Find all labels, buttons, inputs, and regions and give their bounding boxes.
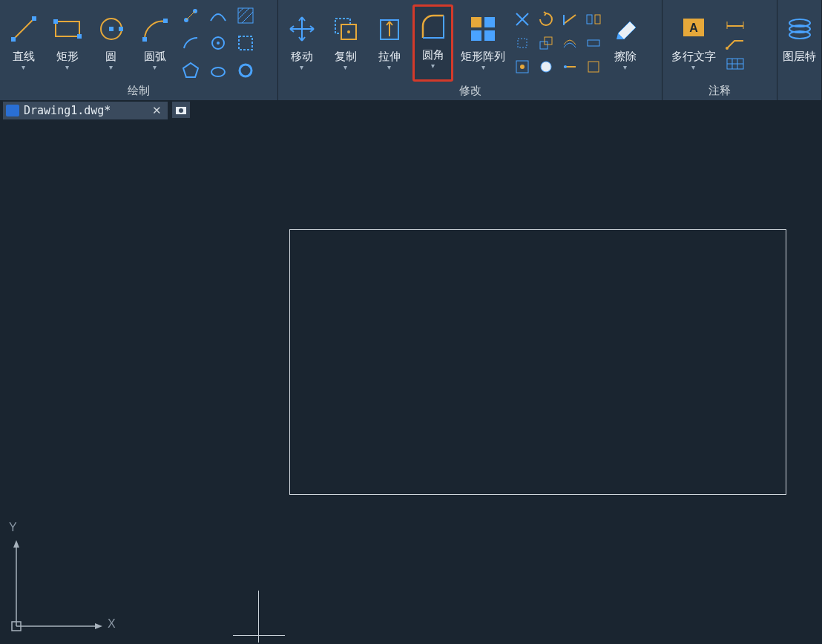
drawn-rectangle[interactable]	[289, 229, 786, 495]
chevron-down-icon: ▾	[300, 66, 303, 69]
line-button[interactable]: 直线 ▾	[3, 8, 44, 79]
panel-layer: 图层特	[777, 0, 822, 100]
layers-icon	[783, 13, 816, 45]
rectangle-label: 矩形	[56, 50, 79, 64]
stretch-label: 拉伸	[378, 50, 401, 64]
extend-button[interactable]	[559, 8, 581, 30]
panel-annotate: A 多行文字 ▾ 注释	[662, 0, 777, 100]
rectangle-icon	[51, 13, 84, 45]
svg-rect-10	[163, 19, 168, 23]
svg-rect-39	[588, 40, 599, 46]
svg-marker-62	[13, 540, 19, 548]
layer-properties-button[interactable]: 图层特	[780, 8, 818, 79]
arc-icon	[139, 13, 171, 45]
array-label: 矩形阵列	[461, 50, 505, 64]
svg-rect-8	[119, 27, 123, 31]
chevron-down-icon: ▾	[431, 65, 435, 68]
point-button[interactable]	[206, 30, 231, 56]
chevron-down-icon: ▾	[623, 66, 627, 69]
svg-point-23	[240, 65, 251, 76]
leader-button[interactable]	[724, 35, 746, 51]
chevron-down-icon: ▾	[691, 66, 695, 69]
array-icon	[467, 13, 499, 45]
explode-button[interactable]	[511, 32, 533, 54]
chevron-down-icon: ▾	[387, 66, 391, 69]
spline-button[interactable]	[206, 3, 231, 28]
layer-label: 图层特	[783, 50, 816, 64]
file-tab[interactable]: Drawing1.dwg* ✕	[3, 102, 168, 119]
svg-point-44	[564, 65, 567, 68]
mtext-button[interactable]: A 多行文字 ▾	[665, 8, 721, 79]
edit-polyline-button[interactable]	[582, 56, 605, 78]
chevron-down-icon: ▾	[481, 66, 485, 69]
dimension-button[interactable]	[724, 14, 746, 30]
copy-icon	[329, 13, 362, 45]
svg-rect-3	[56, 22, 79, 36]
svg-line-32	[564, 15, 576, 24]
svg-rect-20	[239, 36, 252, 50]
ribbon: 直线 ▾ 矩形 ▾ 圆 ▾	[0, 0, 822, 100]
svg-point-51	[726, 47, 729, 50]
rectangle-button[interactable]: 矩形 ▾	[47, 8, 88, 79]
svg-rect-34	[587, 15, 592, 24]
svg-rect-30	[471, 30, 481, 41]
svg-rect-38	[545, 37, 552, 45]
scale-button[interactable]	[535, 32, 557, 54]
break-button[interactable]	[582, 32, 605, 54]
stretch-button[interactable]: 拉伸 ▾	[369, 8, 410, 79]
rotate-button[interactable]	[535, 8, 557, 30]
join-button[interactable]	[511, 56, 533, 78]
ellipse-arc-button[interactable]	[178, 30, 203, 56]
revcloud-button[interactable]	[206, 58, 231, 83]
svg-point-26	[347, 30, 350, 33]
svg-point-60	[179, 108, 183, 113]
copy-label: 复制	[335, 50, 357, 64]
stretch-icon	[373, 13, 406, 45]
erase-icon	[609, 13, 642, 45]
svg-rect-2	[32, 16, 36, 21]
svg-line-0	[13, 19, 34, 39]
fillet-button[interactable]: 圆角 ▾	[412, 4, 453, 82]
chevron-down-icon: ▾	[22, 66, 25, 69]
svg-point-41	[520, 65, 525, 69]
copy-button[interactable]: 复制 ▾	[325, 8, 366, 79]
panel-draw-title: 绘制	[0, 84, 277, 100]
donut-button[interactable]	[233, 58, 258, 83]
drawing-canvas[interactable]: Y X	[0, 119, 822, 644]
svg-rect-45	[588, 62, 599, 72]
svg-rect-37	[540, 42, 548, 49]
region-button[interactable]	[233, 30, 258, 56]
panel-modify-title: 修改	[278, 84, 662, 100]
svg-rect-9	[142, 37, 147, 42]
mirror-button[interactable]	[582, 8, 605, 30]
offset-button[interactable]	[559, 32, 581, 54]
circle-button[interactable]: 圆 ▾	[91, 8, 131, 79]
array-button[interactable]: 矩形阵列 ▾	[456, 8, 510, 79]
lengthen-button[interactable]	[559, 56, 581, 78]
circle-label: 圆	[105, 50, 116, 64]
arc-label: 圆弧	[144, 50, 166, 64]
erase-label: 擦除	[614, 50, 637, 64]
panel-annotate-title: 注释	[662, 84, 777, 100]
new-tab-button[interactable]	[172, 102, 190, 118]
svg-point-22	[211, 68, 225, 76]
x-axis-label: X	[108, 617, 116, 631]
erase-button[interactable]: 擦除 ▾	[605, 8, 645, 79]
align-button[interactable]	[535, 56, 557, 78]
polyline-button[interactable]	[178, 3, 203, 28]
trim-button[interactable]	[511, 8, 533, 30]
table-button[interactable]	[724, 56, 746, 72]
close-tab-button[interactable]: ✕	[152, 104, 162, 117]
svg-rect-1	[11, 37, 16, 42]
fillet-icon	[417, 11, 450, 44]
polygon-button[interactable]	[178, 58, 203, 83]
move-button[interactable]: 移动 ▾	[281, 8, 322, 79]
svg-rect-31	[484, 30, 495, 41]
svg-rect-35	[595, 15, 600, 24]
svg-rect-36	[518, 39, 527, 47]
svg-text:A: A	[689, 22, 698, 34]
arc-button[interactable]: 圆弧 ▾	[134, 8, 175, 79]
fillet-label: 圆角	[422, 48, 444, 62]
hatch-button[interactable]	[233, 3, 258, 28]
mtext-icon: A	[677, 13, 710, 45]
